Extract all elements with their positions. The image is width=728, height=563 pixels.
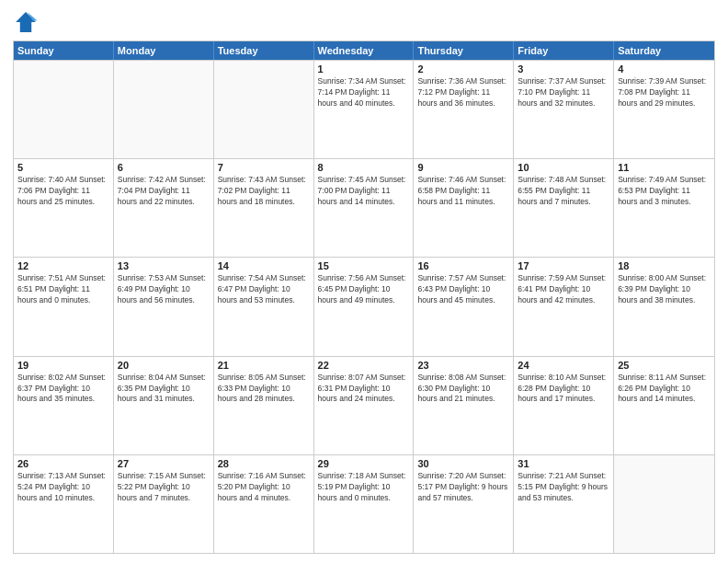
day-info: Sunrise: 7:16 AM Sunset: 5:20 PM Dayligh… (218, 471, 310, 504)
day-number: 23 (417, 360, 509, 371)
day-cell-16: 16Sunrise: 7:57 AM Sunset: 6:43 PM Dayli… (414, 258, 514, 355)
day-info: Sunrise: 7:39 AM Sunset: 7:08 PM Dayligh… (618, 76, 711, 109)
day-number: 17 (518, 260, 609, 271)
day-cell-13: 13Sunrise: 7:53 AM Sunset: 6:49 PM Dayli… (114, 258, 214, 355)
day-number: 21 (218, 360, 310, 371)
day-number: 11 (618, 162, 711, 173)
calendar-header: SundayMondayTuesdayWednesdayThursdayFrid… (14, 41, 714, 60)
day-info: Sunrise: 8:11 AM Sunset: 6:26 PM Dayligh… (618, 373, 711, 406)
day-cell-17: 17Sunrise: 7:59 AM Sunset: 6:41 PM Dayli… (514, 258, 614, 355)
day-cell-10: 10Sunrise: 7:48 AM Sunset: 6:55 PM Dayli… (514, 159, 614, 257)
day-number: 29 (318, 458, 410, 469)
empty-cell (214, 61, 314, 158)
day-number: 2 (417, 63, 509, 75)
day-info: Sunrise: 7:49 AM Sunset: 6:53 PM Dayligh… (618, 175, 711, 208)
weekday-header-thursday: Thursday (414, 41, 514, 60)
day-info: Sunrise: 7:21 AM Sunset: 5:15 PM Dayligh… (518, 471, 609, 504)
day-number: 3 (518, 63, 609, 75)
day-cell-7: 7Sunrise: 7:43 AM Sunset: 7:02 PM Daylig… (214, 159, 314, 257)
day-info: Sunrise: 7:57 AM Sunset: 6:43 PM Dayligh… (417, 273, 509, 306)
day-info: Sunrise: 7:36 AM Sunset: 7:12 PM Dayligh… (417, 76, 509, 109)
calendar-week-2: 5Sunrise: 7:40 AM Sunset: 7:06 PM Daylig… (14, 158, 714, 257)
day-cell-26: 26Sunrise: 7:13 AM Sunset: 5:24 PM Dayli… (14, 455, 114, 553)
day-info: Sunrise: 7:43 AM Sunset: 7:02 PM Dayligh… (218, 175, 310, 208)
day-number: 24 (518, 360, 609, 371)
calendar: SundayMondayTuesdayWednesdayThursdayFrid… (13, 40, 715, 554)
day-cell-18: 18Sunrise: 8:00 AM Sunset: 6:39 PM Dayli… (614, 258, 714, 355)
day-cell-8: 8Sunrise: 7:45 AM Sunset: 7:00 PM Daylig… (314, 159, 415, 257)
day-number: 13 (118, 260, 210, 271)
day-number: 12 (17, 260, 109, 271)
day-info: Sunrise: 7:20 AM Sunset: 5:17 PM Dayligh… (417, 471, 509, 504)
day-cell-14: 14Sunrise: 7:54 AM Sunset: 6:47 PM Dayli… (214, 258, 314, 355)
day-cell-12: 12Sunrise: 7:51 AM Sunset: 6:51 PM Dayli… (14, 258, 114, 355)
day-cell-25: 25Sunrise: 8:11 AM Sunset: 6:26 PM Dayli… (614, 357, 714, 454)
day-number: 22 (318, 360, 410, 371)
day-cell-9: 9Sunrise: 7:46 AM Sunset: 6:58 PM Daylig… (414, 159, 514, 257)
day-cell-6: 6Sunrise: 7:42 AM Sunset: 7:04 PM Daylig… (114, 159, 214, 257)
day-number: 27 (118, 458, 210, 469)
day-number: 20 (118, 360, 210, 371)
day-info: Sunrise: 8:08 AM Sunset: 6:30 PM Dayligh… (417, 373, 509, 406)
day-number: 8 (318, 162, 410, 173)
day-info: Sunrise: 8:10 AM Sunset: 6:28 PM Dayligh… (518, 373, 609, 406)
header (13, 9, 715, 35)
page: SundayMondayTuesdayWednesdayThursdayFrid… (0, 0, 728, 563)
calendar-week-3: 12Sunrise: 7:51 AM Sunset: 6:51 PM Dayli… (14, 257, 714, 355)
day-cell-28: 28Sunrise: 7:16 AM Sunset: 5:20 PM Dayli… (214, 455, 314, 553)
day-info: Sunrise: 8:07 AM Sunset: 6:31 PM Dayligh… (318, 373, 410, 406)
day-number: 7 (218, 162, 310, 173)
day-number: 30 (417, 458, 509, 469)
weekday-header-saturday: Saturday (614, 41, 714, 60)
day-number: 5 (17, 162, 109, 173)
day-info: Sunrise: 8:02 AM Sunset: 6:37 PM Dayligh… (17, 373, 109, 406)
day-number: 1 (318, 63, 410, 75)
day-cell-27: 27Sunrise: 7:15 AM Sunset: 5:22 PM Dayli… (114, 455, 214, 553)
day-cell-3: 3Sunrise: 7:37 AM Sunset: 7:10 PM Daylig… (514, 61, 614, 158)
day-info: Sunrise: 7:37 AM Sunset: 7:10 PM Dayligh… (518, 76, 609, 109)
svg-marker-1 (16, 12, 36, 32)
day-cell-21: 21Sunrise: 8:05 AM Sunset: 6:33 PM Dayli… (214, 357, 314, 454)
day-info: Sunrise: 7:48 AM Sunset: 6:55 PM Dayligh… (518, 175, 609, 208)
day-info: Sunrise: 7:18 AM Sunset: 5:19 PM Dayligh… (318, 471, 410, 504)
day-number: 10 (518, 162, 609, 173)
day-info: Sunrise: 7:51 AM Sunset: 6:51 PM Dayligh… (17, 273, 109, 306)
day-info: Sunrise: 7:53 AM Sunset: 6:49 PM Dayligh… (118, 273, 210, 306)
weekday-header-sunday: Sunday (14, 41, 114, 60)
day-info: Sunrise: 7:45 AM Sunset: 7:00 PM Dayligh… (318, 175, 410, 208)
day-cell-22: 22Sunrise: 8:07 AM Sunset: 6:31 PM Dayli… (314, 357, 415, 454)
weekday-header-friday: Friday (514, 41, 614, 60)
day-info: Sunrise: 7:15 AM Sunset: 5:22 PM Dayligh… (118, 471, 210, 504)
logo (13, 9, 42, 35)
day-cell-5: 5Sunrise: 7:40 AM Sunset: 7:06 PM Daylig… (14, 159, 114, 257)
weekday-header-tuesday: Tuesday (214, 41, 314, 60)
day-number: 9 (417, 162, 509, 173)
day-info: Sunrise: 7:59 AM Sunset: 6:41 PM Dayligh… (518, 273, 609, 306)
day-number: 25 (618, 360, 711, 371)
day-number: 4 (618, 63, 711, 75)
day-number: 18 (618, 260, 711, 271)
day-number: 15 (318, 260, 410, 271)
logo-icon (13, 9, 39, 35)
day-number: 16 (417, 260, 509, 271)
day-cell-29: 29Sunrise: 7:18 AM Sunset: 5:19 PM Dayli… (314, 455, 415, 553)
calendar-week-1: 1Sunrise: 7:34 AM Sunset: 7:14 PM Daylig… (14, 60, 714, 158)
day-cell-15: 15Sunrise: 7:56 AM Sunset: 6:45 PM Dayli… (314, 258, 415, 355)
calendar-body: 1Sunrise: 7:34 AM Sunset: 7:14 PM Daylig… (14, 60, 714, 553)
day-number: 28 (218, 458, 310, 469)
empty-cell (614, 455, 714, 553)
day-info: Sunrise: 8:05 AM Sunset: 6:33 PM Dayligh… (218, 373, 310, 406)
day-number: 26 (17, 458, 109, 469)
day-cell-30: 30Sunrise: 7:20 AM Sunset: 5:17 PM Dayli… (414, 455, 514, 553)
day-info: Sunrise: 7:56 AM Sunset: 6:45 PM Dayligh… (318, 273, 410, 306)
day-info: Sunrise: 7:46 AM Sunset: 6:58 PM Dayligh… (417, 175, 509, 208)
day-info: Sunrise: 7:13 AM Sunset: 5:24 PM Dayligh… (17, 471, 109, 504)
day-info: Sunrise: 8:04 AM Sunset: 6:35 PM Dayligh… (118, 373, 210, 406)
day-cell-1: 1Sunrise: 7:34 AM Sunset: 7:14 PM Daylig… (314, 61, 415, 158)
day-number: 19 (17, 360, 109, 371)
day-info: Sunrise: 7:40 AM Sunset: 7:06 PM Dayligh… (17, 175, 109, 208)
weekday-header-wednesday: Wednesday (314, 41, 415, 60)
day-cell-31: 31Sunrise: 7:21 AM Sunset: 5:15 PM Dayli… (514, 455, 614, 553)
day-number: 14 (218, 260, 310, 271)
day-info: Sunrise: 8:00 AM Sunset: 6:39 PM Dayligh… (618, 273, 711, 306)
